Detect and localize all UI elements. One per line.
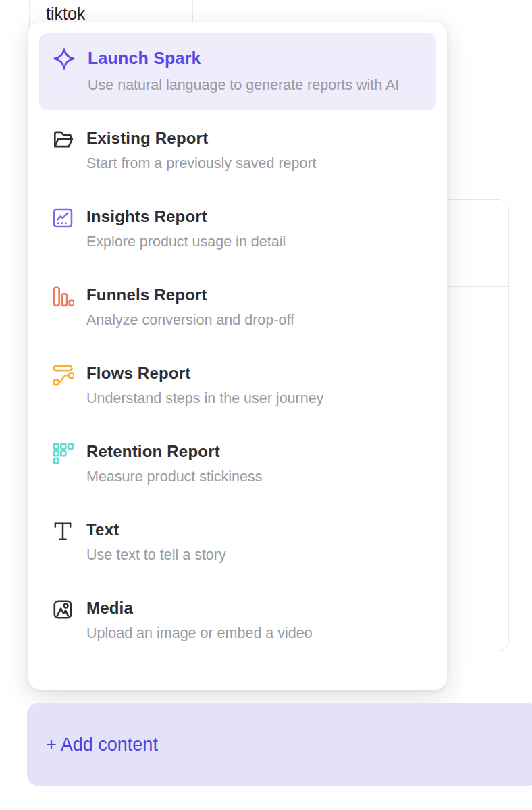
menu-item-description: Start from a previously saved report (86, 154, 317, 173)
menu-item-title: Launch Spark (88, 48, 420, 68)
retention-grid-icon (51, 441, 74, 464)
insights-chart-icon (51, 207, 74, 230)
menu-item-insights-report[interactable]: Insights Report Explore product usage in… (39, 188, 436, 267)
media-image-icon (51, 598, 74, 621)
menu-item-title: Funnels Report (86, 285, 294, 304)
menu-item-description: Analyze conversion and drop-off (86, 310, 294, 330)
spark-icon (53, 47, 76, 70)
funnels-bars-icon (51, 285, 74, 308)
menu-item-description: Understand steps in the user journey (86, 389, 323, 408)
flows-icon (51, 363, 74, 386)
query-event-label[interactable]: tiktok (46, 4, 85, 24)
menu-item-title: Insights Report (86, 207, 286, 226)
menu-item-description: Upload an image or embed a video (86, 624, 313, 643)
menu-item-title: Existing Report (86, 128, 317, 148)
background-divider (447, 90, 532, 90)
background-grid-line (29, 0, 30, 28)
background-card-divider (438, 286, 508, 287)
add-content-button[interactable]: + Add content (27, 703, 532, 786)
background-divider (447, 34, 532, 34)
menu-item-title: Text (86, 520, 226, 539)
menu-item-text[interactable]: Text Use text to tell a story (39, 502, 436, 580)
menu-item-flows-report[interactable]: Flows Report Understand steps in the use… (39, 345, 436, 423)
menu-item-title: Flows Report (86, 363, 323, 383)
menu-item-media[interactable]: Media Upload an image or embed a video (39, 580, 436, 643)
menu-item-title: Retention Report (86, 441, 263, 461)
menu-item-funnels-report[interactable]: Funnels Report Analyze conversion and dr… (39, 267, 436, 345)
menu-item-title: Media (86, 598, 313, 618)
add-content-label: + Add content (46, 734, 158, 755)
menu-item-launch-spark[interactable]: Launch Spark Use natural language to gen… (39, 33, 436, 110)
menu-item-retention-report[interactable]: Retention Report Measure product stickin… (39, 423, 436, 502)
text-icon (51, 520, 74, 543)
folder-icon (51, 128, 74, 151)
menu-item-description: Explore product usage in detail (86, 232, 286, 252)
menu-item-description: Use natural language to generate reports… (88, 74, 420, 97)
menu-item-description: Measure product stickiness (86, 467, 263, 487)
menu-item-description: Use text to tell a story (86, 545, 226, 565)
menu-item-existing-report[interactable]: Existing Report Start from a previously … (39, 110, 436, 188)
background-report-card (437, 199, 509, 651)
add-content-menu: Launch Spark Use natural language to gen… (28, 22, 447, 690)
